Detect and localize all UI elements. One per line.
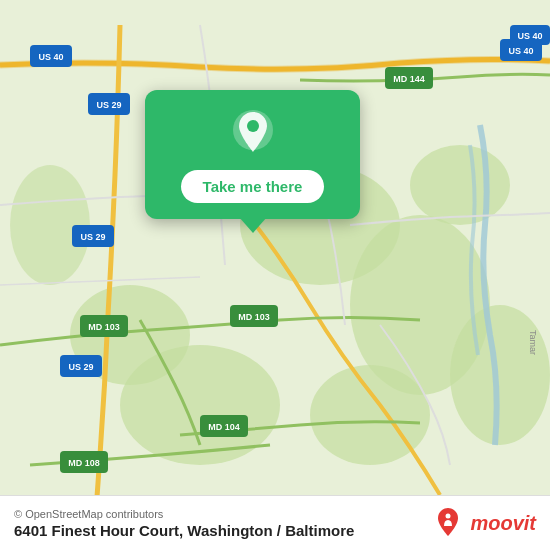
bottom-bar: © OpenStreetMap contributors 6401 Finest… [0,495,550,550]
location-name: 6401 Finest Hour Court, Washington / Bal… [14,522,354,539]
svg-text:MD 103: MD 103 [238,312,270,322]
svg-text:US 40: US 40 [38,52,63,62]
location-pin-icon [227,108,279,160]
moovit-brand-text: moovit [470,512,536,535]
map-container: US 40 US 40 US 40 US 29 US 29 US 29 MD 1… [0,0,550,550]
svg-text:US 29: US 29 [68,362,93,372]
svg-text:MD 104: MD 104 [208,422,240,432]
svg-text:Tamar: Tamar [528,330,538,355]
map-svg: US 40 US 40 US 40 US 29 US 29 US 29 MD 1… [0,0,550,550]
svg-text:US 29: US 29 [80,232,105,242]
svg-text:US 40: US 40 [508,46,533,56]
svg-point-32 [247,120,259,132]
svg-point-7 [450,305,550,445]
svg-text:MD 144: MD 144 [393,74,425,84]
copyright-text: © OpenStreetMap contributors [14,508,354,520]
take-me-there-button[interactable]: Take me there [181,170,325,203]
svg-text:US 29: US 29 [96,100,121,110]
moovit-brand-icon [431,506,465,540]
svg-text:US 40: US 40 [517,31,542,41]
svg-point-33 [446,514,451,519]
svg-text:MD 108: MD 108 [68,458,100,468]
svg-text:MD 103: MD 103 [88,322,120,332]
location-popup: Take me there [145,90,360,219]
moovit-logo: moovit [431,506,536,540]
location-info: © OpenStreetMap contributors 6401 Finest… [14,508,354,539]
svg-point-2 [410,145,510,225]
